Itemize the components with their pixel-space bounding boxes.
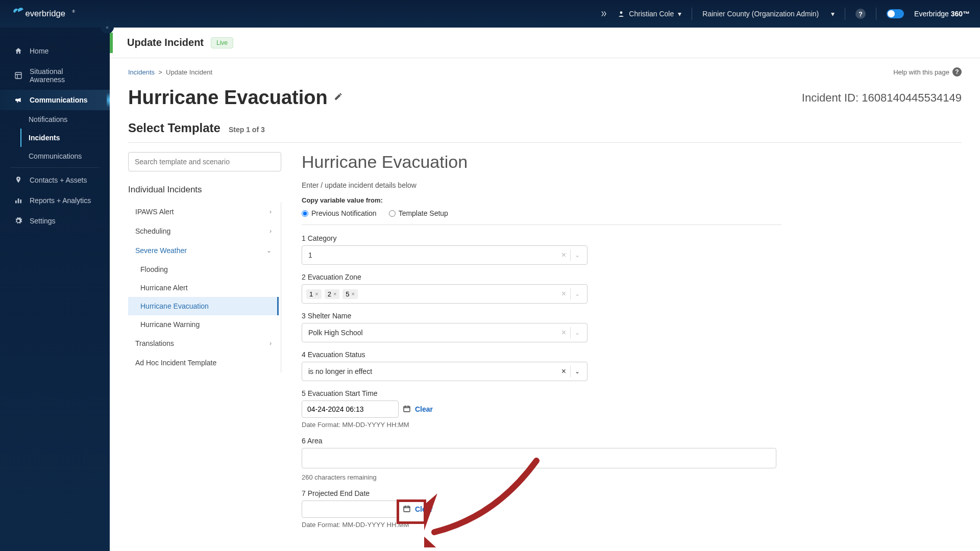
clear-icon[interactable]: × — [557, 289, 570, 298]
radio-template-setup[interactable]: Template Setup — [389, 209, 448, 217]
template-search-input[interactable] — [128, 152, 281, 171]
clear-icon[interactable]: × — [557, 367, 570, 376]
step-indicator: Step 1 of 3 — [229, 126, 265, 134]
template-tree: IPAWS Alert› Scheduling› Severe Weather⌄… — [128, 202, 281, 372]
field-label-category: 1 Category — [302, 234, 781, 242]
caret-down-icon: ▾ — [831, 10, 835, 18]
calendar-icon[interactable] — [403, 405, 411, 414]
char-counter: 260 characters remaining — [302, 473, 781, 481]
sidebar-collapse-button[interactable]: « — [101, 20, 114, 34]
start-time-input[interactable] — [302, 400, 399, 418]
svg-text:®: ® — [72, 10, 75, 13]
sidebar-item-label: Reports + Analytics — [30, 196, 91, 205]
svg-rect-5 — [18, 198, 19, 203]
area-textarea[interactable] — [302, 448, 776, 468]
svg-rect-6 — [20, 199, 21, 203]
radio-previous-notification[interactable]: Previous Notification — [302, 209, 377, 217]
expand-icon[interactable] — [600, 10, 607, 17]
sidebar-sub-incidents[interactable]: Incidents — [20, 129, 110, 147]
field-label-zone: 2 Evacuation Zone — [302, 273, 781, 281]
clear-start-link[interactable]: Clear — [415, 405, 433, 413]
chevron-down-icon[interactable]: ⌄ — [571, 329, 584, 336]
sidebar-item-settings[interactable]: Settings — [0, 211, 110, 231]
sidebar-item-contacts[interactable]: Contacts + Assets — [0, 170, 110, 190]
product-toggle[interactable] — [887, 9, 904, 18]
svg-rect-4 — [15, 201, 17, 203]
sidebar-item-label: Home — [30, 47, 48, 55]
clear-icon[interactable]: × — [557, 328, 570, 337]
zone-multiselect[interactable]: 1× 2× 5× × ⌄ — [302, 284, 587, 304]
breadcrumb-root[interactable]: Incidents — [128, 68, 155, 76]
tree-item-adhoc[interactable]: Ad Hoc Incident Template — [128, 353, 279, 372]
help-icon: ? — [952, 67, 962, 77]
chevron-right-icon: › — [270, 228, 272, 235]
org-menu[interactable]: Rainier County (Organization Admin) ▾ — [702, 10, 835, 18]
chevron-right-icon: › — [270, 340, 272, 347]
chevron-down-icon[interactable]: ⌄ — [571, 368, 584, 375]
field-label-shelter: 3 Shelter Name — [302, 312, 781, 320]
brand-logo[interactable]: everbridge ® — [0, 7, 110, 21]
zone-tag: 1× — [306, 289, 322, 299]
chevron-down-icon: ⌄ — [266, 247, 272, 254]
pin-icon — [14, 176, 22, 184]
edit-title-icon[interactable] — [334, 92, 343, 104]
step-title: Select Template — [128, 121, 220, 135]
chart-icon — [14, 196, 22, 205]
form-instructions: Enter / update incident details below — [302, 181, 781, 189]
status-select[interactable]: is no longer in effect × ⌄ — [302, 362, 587, 381]
svg-point-2 — [620, 11, 623, 14]
help-icon[interactable]: ? — [855, 9, 866, 19]
sidebar-sub-notifications[interactable]: Notifications — [29, 110, 110, 129]
chevron-down-icon[interactable]: ⌄ — [571, 252, 584, 259]
topbar: everbridge ® Christian Cole ▾ Rainier Co… — [0, 0, 980, 28]
org-name: Rainier County (Organization Admin) — [702, 10, 819, 18]
tree-sub-hurricane-warning[interactable]: Hurricane Warning — [128, 315, 279, 334]
caret-down-icon: ▾ — [678, 10, 681, 18]
page-title: Update Incident — [127, 37, 204, 48]
page-header: Update Incident Live — [110, 28, 980, 58]
main-content: Update Incident Live Incidents > Update … — [110, 0, 980, 551]
field-label-area: 6 Area — [302, 437, 781, 445]
remove-tag-icon[interactable]: × — [333, 291, 336, 297]
remove-tag-icon[interactable]: × — [315, 291, 318, 297]
chevron-right-icon: › — [270, 208, 272, 215]
sidebar-sub-communications[interactable]: Communications — [29, 147, 110, 165]
clear-end-link[interactable]: Clear — [415, 505, 433, 513]
category-select[interactable]: 1 × ⌄ — [302, 245, 587, 265]
sidebar-item-reports[interactable]: Reports + Analytics — [0, 190, 110, 211]
end-date-input[interactable] — [302, 500, 399, 518]
clear-icon[interactable]: × — [557, 251, 570, 260]
svg-text:everbridge: everbridge — [26, 9, 65, 18]
divider — [845, 8, 845, 20]
sidebar-item-label: Situational Awareness — [30, 67, 95, 84]
tree-item-scheduling[interactable]: Scheduling› — [128, 221, 279, 241]
form-heading: Hurricane Evacuation — [302, 152, 781, 172]
sidebar-item-home[interactable]: Home — [0, 41, 110, 61]
zone-tag: 5× — [342, 289, 358, 299]
date-format-hint: Date Format: MM-DD-YYYY HH:MM — [302, 521, 781, 529]
sidebar: « Home Situational Awareness Communicati… — [0, 0, 110, 551]
help-page-link[interactable]: Help with this page ? — [893, 67, 962, 77]
sidebar-item-label: Communications — [30, 96, 88, 104]
sidebar-item-communications[interactable]: Communications — [0, 90, 110, 110]
chevron-down-icon[interactable]: ⌄ — [571, 290, 584, 297]
tree-item-translations[interactable]: Translations› — [128, 334, 279, 353]
svg-rect-7 — [404, 406, 410, 412]
shelter-select[interactable]: Polk High School × ⌄ — [302, 323, 587, 342]
tree-item-ipaws[interactable]: IPAWS Alert› — [128, 202, 279, 221]
svg-rect-8 — [404, 506, 410, 512]
calendar-icon[interactable] — [403, 505, 411, 514]
tree-sub-hurricane-alert[interactable]: Hurricane Alert — [128, 279, 279, 297]
user-menu[interactable]: Christian Cole ▾ — [618, 10, 681, 18]
product-label: Everbridge 360™ — [914, 10, 970, 18]
sidebar-item-label: Contacts + Assets — [30, 176, 87, 184]
divider — [692, 8, 692, 20]
bullhorn-icon — [14, 96, 22, 104]
sidebar-item-situational[interactable]: Situational Awareness — [0, 61, 110, 90]
tree-sub-flooding[interactable]: Flooding — [128, 260, 279, 279]
tree-sub-hurricane-evacuation[interactable]: Hurricane Evacuation — [128, 297, 279, 315]
field-label-status: 4 Evacuation Status — [302, 350, 781, 359]
remove-tag-icon[interactable]: × — [352, 291, 355, 297]
tree-item-severe-weather[interactable]: Severe Weather⌄ — [128, 241, 279, 260]
field-label-start-time: 5 Evacuation Start Time — [302, 389, 781, 397]
